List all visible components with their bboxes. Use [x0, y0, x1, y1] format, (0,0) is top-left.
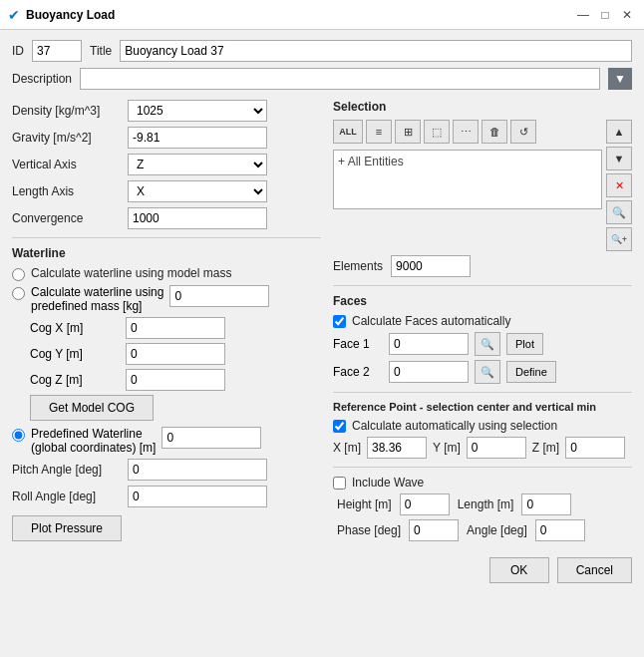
title-input[interactable] — [120, 40, 632, 62]
face2-search-button[interactable]: 🔍 — [475, 360, 500, 384]
predefined-mass-input[interactable] — [169, 285, 269, 307]
radio3-line1: Predefined Waterline — [31, 427, 156, 441]
cog-y-input[interactable] — [126, 343, 225, 365]
radio-model-mass[interactable] — [12, 268, 25, 281]
radio2-row: Calculate waterline using predefined mas… — [12, 285, 321, 313]
roll-label: Roll Angle [deg] — [12, 490, 122, 503]
radio1-row: Calculate waterline using model mass — [12, 266, 321, 281]
sel-up-button[interactable]: ▲ — [606, 120, 632, 144]
length-axis-select[interactable]: XYZ — [128, 180, 267, 202]
selection-title: Selection — [333, 100, 632, 114]
face1-search-button[interactable]: 🔍 — [475, 332, 500, 356]
app-icon: ✔ — [8, 7, 20, 23]
face2-define-button[interactable]: Define — [506, 361, 556, 383]
radio3-row: Predefined Waterline (global coordinates… — [12, 427, 321, 455]
include-wave-checkbox[interactable] — [333, 477, 346, 490]
z-input[interactable] — [565, 437, 625, 459]
get-model-cog-button[interactable]: Get Model COG — [30, 395, 154, 421]
sel-all-entities: + All Entities — [338, 155, 404, 168]
cancel-button[interactable]: Cancel — [557, 557, 632, 583]
waterline-section: Waterline Calculate waterline using mode… — [12, 246, 321, 507]
sel-delete-button[interactable]: 🗑 — [482, 120, 507, 144]
main-content: ID Title Description ▼ Density [kg/m^3] … — [0, 30, 644, 657]
cog-x-row: Cog X [m] — [12, 317, 321, 339]
z-label: Z [m] — [532, 441, 559, 455]
calc-auto-checkbox[interactable] — [333, 420, 346, 433]
sel-dot-button[interactable]: ⋯ — [453, 120, 479, 144]
ref-title: Reference Point - selection center and v… — [333, 401, 632, 413]
pitch-input[interactable] — [128, 459, 267, 481]
radio-predefined-waterline[interactable] — [12, 429, 25, 442]
face1-input[interactable] — [389, 333, 469, 355]
length-axis-label: Length Axis — [12, 184, 122, 198]
sel-refresh-button[interactable]: ↺ — [510, 120, 536, 144]
pitch-row: Pitch Angle [deg] — [12, 459, 321, 481]
cog-x-label: Cog X [m] — [30, 321, 120, 335]
roll-row: Roll Angle [deg] — [12, 486, 321, 507]
include-wave-row: Include Wave — [333, 476, 632, 490]
vertical-axis-select[interactable]: ZYX — [128, 154, 267, 175]
sel-zoom-button[interactable]: 🔍 — [606, 200, 632, 224]
predefined-waterline-input[interactable] — [161, 427, 261, 449]
convergence-input[interactable] — [128, 207, 267, 229]
x-input[interactable] — [367, 437, 427, 459]
sel-zoom2-button[interactable]: 🔍+ — [606, 227, 632, 251]
sel-vol-button[interactable]: ⬚ — [424, 120, 450, 144]
ok-button[interactable]: OK — [489, 557, 549, 583]
faces-title: Faces — [333, 294, 632, 308]
elements-input[interactable] — [391, 255, 471, 277]
plot-pressure-button[interactable]: Plot Pressure — [12, 515, 122, 541]
cog-z-input[interactable] — [126, 369, 225, 391]
pitch-label: Pitch Angle [deg] — [12, 463, 122, 477]
title-label: Title — [90, 44, 112, 58]
id-input[interactable] — [32, 40, 82, 62]
face1-plot-button[interactable]: Plot — [506, 333, 543, 355]
sel-all-button[interactable]: ALL — [333, 120, 363, 144]
minimize-button[interactable]: — — [574, 6, 592, 24]
sel-down-button[interactable]: ▼ — [606, 147, 632, 170]
maximize-button[interactable]: □ — [596, 6, 614, 24]
wave-length-input[interactable] — [521, 493, 571, 515]
phase-label: Phase [deg] — [337, 523, 401, 537]
radio2-line1: Calculate waterline using — [31, 285, 163, 299]
length-axis-row: Length Axis XYZ — [12, 180, 321, 202]
height-input[interactable] — [400, 493, 450, 515]
gravity-label: Gravity [m/s^2] — [12, 131, 122, 145]
radio-predefined-mass[interactable] — [12, 287, 25, 300]
description-input[interactable] — [80, 68, 600, 90]
window-title: Buoyancy Load — [26, 8, 568, 22]
id-label: ID — [12, 44, 24, 58]
description-label: Description — [12, 72, 72, 86]
face2-input[interactable] — [389, 361, 469, 383]
cog-z-row: Cog Z [m] — [12, 369, 321, 391]
y-input[interactable] — [467, 437, 526, 459]
selection-side-buttons: ▲ ▼ ✕ 🔍 🔍+ — [606, 120, 632, 251]
description-dropdown-button[interactable]: ▼ — [608, 68, 632, 90]
x-label: X [m] — [333, 441, 361, 455]
calc-faces-label: Calculate Faces automatically — [352, 314, 510, 328]
radio1-label: Calculate waterline using model mass — [31, 266, 231, 280]
gravity-input[interactable] — [128, 127, 267, 149]
faces-section: Faces Calculate Faces automatically Face… — [333, 294, 632, 384]
roll-input[interactable] — [128, 486, 267, 507]
include-wave-label: Include Wave — [352, 476, 424, 490]
angle-input[interactable] — [535, 519, 585, 541]
xyz-row: X [m] Y [m] Z [m] — [333, 437, 632, 459]
cog-x-input[interactable] — [126, 317, 225, 339]
sel-remove-button[interactable]: ✕ — [606, 173, 632, 197]
wave-length-label: Length [m] — [458, 497, 514, 511]
calc-faces-checkbox[interactable] — [333, 315, 346, 328]
cog-z-label: Cog Z [m] — [30, 373, 120, 387]
radio3-line2: (global coordinates) [m] — [31, 441, 156, 455]
density-select[interactable]: 1025 — [128, 100, 267, 122]
phase-input[interactable] — [409, 519, 459, 541]
height-label: Height [m] — [337, 497, 392, 511]
description-row: Description ▼ — [12, 68, 632, 90]
wave-fields-row2: Phase [deg] Angle [deg] — [333, 519, 632, 541]
right-column: Selection ALL ≡ ⊞ ⬚ ⋯ 🗑 ↺ + All — [333, 100, 632, 583]
sel-grid-button[interactable]: ⊞ — [395, 120, 421, 144]
sel-rows-button[interactable]: ≡ — [366, 120, 392, 144]
title-bar: ✔ Buoyancy Load — □ ✕ — [0, 0, 644, 30]
close-button[interactable]: ✕ — [618, 6, 636, 24]
wave-fields-row1: Height [m] Length [m] — [333, 493, 632, 515]
